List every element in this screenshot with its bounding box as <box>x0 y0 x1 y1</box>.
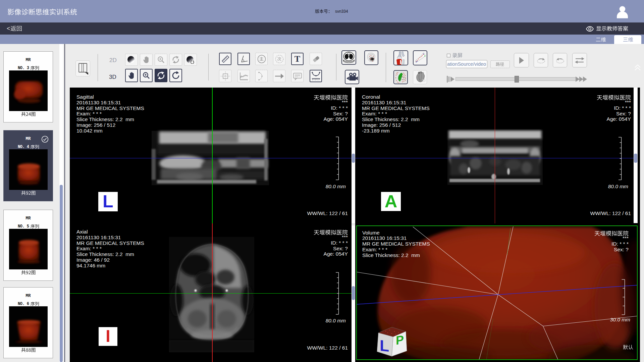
svg-text:D: D <box>422 78 425 83</box>
